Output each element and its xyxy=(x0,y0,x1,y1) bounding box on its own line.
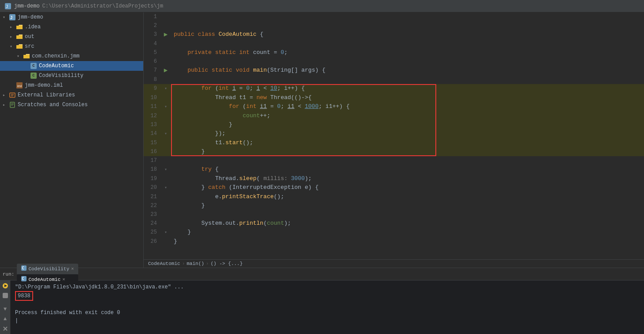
clear-icon[interactable] xyxy=(2,325,9,332)
breadcrumb-bar: CodeAutomic › main() › () -> {...} xyxy=(144,259,644,268)
code-content-12[interactable]: count++; xyxy=(170,111,644,120)
line-num: 7 xyxy=(144,66,161,75)
line-num: 23 xyxy=(144,210,161,219)
gutter-10 xyxy=(161,93,170,102)
file-icon-folder xyxy=(16,33,23,40)
sidebar-item-root[interactable]: ▾Jjmm-demo xyxy=(0,12,143,22)
code-content-11[interactable]: for (int i1 = 0; i1 < 1000; i1++) { xyxy=(170,102,644,111)
fold-gutter-arrow[interactable]: ▾ xyxy=(164,230,167,235)
gutter-6 xyxy=(161,57,170,66)
gutter-21 xyxy=(161,192,170,201)
gutter-11[interactable]: ▾ xyxy=(161,102,170,111)
bc-sep-2: › xyxy=(206,261,209,266)
code-line-14: 14▾ }); xyxy=(144,129,644,138)
sidebar-item-External Libraries[interactable]: ▸External Libraries xyxy=(0,90,143,100)
code-line-10: 10 Thread t1 = new Thread(()->{ xyxy=(144,93,644,102)
gutter-20[interactable]: ▾ xyxy=(161,183,170,192)
fold-gutter-arrow[interactable]: ▾ xyxy=(164,104,167,109)
sidebar-item-CodeVisibility[interactable]: CCodeVisibility xyxy=(0,71,143,81)
gutter-9[interactable]: ▾ xyxy=(161,84,170,93)
code-content-7[interactable]: public static void main(String[] args) { xyxy=(170,66,644,75)
sidebar-item-CodeAutomic[interactable]: CCodeAutomic xyxy=(0,61,143,71)
tree-label: Scratches and Consoles xyxy=(18,102,88,108)
tree-arrow: ▸ xyxy=(3,92,9,98)
tree-arrow: ▾ xyxy=(3,15,9,20)
breadcrumb-item-1[interactable]: CodeAutomic xyxy=(148,261,180,266)
gutter-7[interactable]: ▶ xyxy=(161,66,170,75)
code-content-6[interactable] xyxy=(170,57,644,66)
line-num: 1 xyxy=(144,12,161,21)
scroll-up-icon[interactable]: ▲ xyxy=(2,315,9,322)
file-icon-folder xyxy=(16,43,23,50)
sidebar-item-com.chenxin.jmm[interactable]: ▾com.chenxin.jmm xyxy=(0,51,143,61)
code-content-13[interactable]: } xyxy=(170,120,644,129)
tab-close-btn[interactable]: × xyxy=(71,266,74,272)
fold-gutter-arrow[interactable]: ▾ xyxy=(164,167,167,172)
sidebar-item-src[interactable]: ▾src xyxy=(0,42,143,51)
line-num: 5 xyxy=(144,48,161,57)
code-content-9[interactable]: for (int i = 0; i < 10; i++) { xyxy=(170,84,644,93)
code-content-4[interactable] xyxy=(170,39,644,48)
code-content-10[interactable]: Thread t1 = new Thread(()->{ xyxy=(170,93,644,102)
code-content-5[interactable]: private static int count = 0; xyxy=(170,48,644,57)
fold-gutter-arrow[interactable]: ▾ xyxy=(164,86,167,91)
line-num: 4 xyxy=(144,39,161,48)
line-num: 9 xyxy=(144,84,161,93)
bottom-tab-CodeVisibility[interactable]: CCodeVisibility× xyxy=(17,264,78,274)
run-gutter-arrow[interactable]: ▶ xyxy=(164,31,168,38)
breadcrumb-item-2[interactable]: main() xyxy=(187,261,204,266)
code-content-3[interactable]: public class CodeAutomic { xyxy=(170,30,644,39)
svg-rect-20 xyxy=(3,293,8,298)
code-content-21[interactable]: e.printStackTrace(); xyxy=(170,192,644,201)
code-content-14[interactable]: }); xyxy=(170,129,644,138)
code-content-22[interactable]: } xyxy=(170,201,644,210)
code-content-26[interactable]: } xyxy=(170,237,644,246)
sidebar-item-Scratches and Consoles[interactable]: ▸Scratches and Consoles xyxy=(0,100,143,110)
code-content-24[interactable]: System.out.println(count); xyxy=(170,219,644,228)
code-content-17[interactable] xyxy=(170,156,644,165)
code-content-25[interactable]: } xyxy=(170,228,644,237)
code-content-15[interactable]: t1.start(); xyxy=(170,138,644,147)
sidebar-item-jmm-demo.iml[interactable]: imljmm-demo.iml xyxy=(0,81,143,90)
tree-label: .idea xyxy=(25,24,41,30)
code-line-1: 1 xyxy=(144,12,644,21)
code-editor[interactable]: 1 2 3▶public class CodeAutomic {4 5 priv… xyxy=(144,12,644,259)
tree-label: src xyxy=(25,43,34,50)
code-content-18[interactable]: try { xyxy=(170,165,644,174)
breadcrumb-item-3[interactable]: () -> {...} xyxy=(210,261,243,266)
console-blank-line xyxy=(15,301,640,309)
code-content-2[interactable] xyxy=(170,21,644,30)
gutter-13 xyxy=(161,120,170,129)
code-line-24: 24 System.out.println(count); xyxy=(144,219,644,228)
code-line-19: 19 Thread.sleep( millis: 3000); xyxy=(144,174,644,183)
svg-text:J: J xyxy=(6,4,8,9)
fold-gutter-arrow[interactable]: ▾ xyxy=(164,185,167,190)
console-cursor-line: | xyxy=(15,317,640,325)
gutter-18[interactable]: ▾ xyxy=(161,165,170,174)
code-content-20[interactable]: } catch (InterruptedException e) { xyxy=(170,183,644,192)
code-content-1[interactable] xyxy=(170,12,644,21)
code-content-23[interactable] xyxy=(170,210,644,219)
gutter-3[interactable]: ▶ xyxy=(161,30,170,39)
sidebar-item-out[interactable]: ▸out xyxy=(0,32,143,42)
code-content-19[interactable]: Thread.sleep( millis: 3000); xyxy=(170,174,644,183)
code-line-9: 9▾ for (int i = 0; i < 10; i++) { xyxy=(144,84,644,93)
stop-icon[interactable] xyxy=(2,292,9,299)
line-num: 6 xyxy=(144,57,161,66)
line-num: 10 xyxy=(144,93,161,102)
scroll-down-icon[interactable]: ▼ xyxy=(2,306,9,313)
gutter-4 xyxy=(161,39,170,48)
sidebar-item-idea[interactable]: ▸.idea xyxy=(0,22,143,32)
tab-java-icon: C xyxy=(21,265,27,272)
code-content-16[interactable]: } xyxy=(170,147,644,156)
code-line-18: 18▾ try { xyxy=(144,165,644,174)
run-gutter-arrow[interactable]: ▶ xyxy=(164,67,168,74)
fold-gutter-arrow[interactable]: ▾ xyxy=(164,131,167,136)
code-content-8[interactable] xyxy=(170,75,644,84)
run-icon[interactable] xyxy=(2,282,9,289)
gutter-14[interactable]: ▾ xyxy=(161,129,170,138)
gutter-16 xyxy=(161,147,170,156)
bc-sep-1: › xyxy=(182,261,185,266)
gutter-25[interactable]: ▾ xyxy=(161,228,170,237)
code-line-11: 11▾ for (int i1 = 0; i1 < 1000; i1++) { xyxy=(144,102,644,111)
